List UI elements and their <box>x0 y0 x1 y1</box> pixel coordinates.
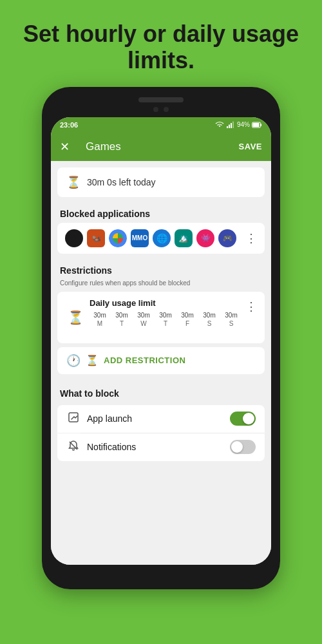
svg-rect-0 <box>227 126 228 128</box>
notifications-toggle[interactable] <box>230 440 256 454</box>
time-remaining-card: ⏳ 30m 0s left today <box>57 167 265 197</box>
svg-rect-5 <box>261 124 262 126</box>
day-col-2: 30m W <box>133 312 154 327</box>
day-label-4: F <box>185 320 189 327</box>
restriction-more-button[interactable]: ⋮ <box>245 298 257 314</box>
phone-mockup: 23:06 94% <box>42 87 280 589</box>
day-label-2: W <box>140 320 146 327</box>
phone-notch <box>51 96 271 115</box>
clock-icon: 🕐 <box>66 354 80 368</box>
add-hourglass-icon: ⏳ <box>86 354 99 366</box>
signal-icon <box>226 121 235 128</box>
restrictions-header: Restrictions <box>51 258 271 279</box>
battery-icon <box>252 122 262 128</box>
app-icon-4: 🌐 <box>153 229 171 247</box>
phone-speaker <box>138 97 184 102</box>
day-time-5: 30m <box>203 312 215 319</box>
toolbar-title: Games <box>86 140 239 153</box>
restriction-hourglass-icon: ⏳ <box>65 298 86 337</box>
restriction-title: Daily usage limit <box>90 298 242 308</box>
page-headline: Set hourly or daily usage limits. <box>0 0 322 87</box>
day-col-1: 30m T <box>111 312 132 327</box>
toolbar: ✕ Games SAVE <box>51 133 271 161</box>
days-grid: 30m M 30m T 30m W <box>90 312 242 327</box>
day-label-0: M <box>97 320 102 327</box>
close-button[interactable]: ✕ <box>60 140 78 154</box>
notifications-row: Notifications <box>57 433 265 461</box>
screen-content: ⏳ 30m 0s left today Blocked applications… <box>51 161 271 565</box>
day-time-3: 30m <box>159 312 171 319</box>
hourglass-icon: ⏳ <box>66 175 80 189</box>
app-icon-3: MMO <box>131 229 149 247</box>
svg-rect-3 <box>232 122 234 129</box>
day-col-4: 30m F <box>177 312 198 327</box>
app-icon-6: 👾 <box>196 229 214 247</box>
day-time-2: 30m <box>137 312 149 319</box>
camera-dot-left <box>153 107 158 112</box>
app-launch-label: App launch <box>87 413 223 424</box>
day-time-6: 30m <box>225 312 237 319</box>
day-label-3: T <box>164 320 167 327</box>
app-launch-icon <box>66 412 80 426</box>
app-icon-7: 🎮 <box>218 229 236 247</box>
app-icon-0 <box>65 229 83 247</box>
time-remaining-text: 30m 0s left today <box>87 177 156 187</box>
status-bar: 23:06 94% <box>51 117 271 133</box>
app-icon-2 <box>109 229 127 247</box>
add-restriction-button[interactable]: 🕐 ⏳ ADD RESTRICTION <box>57 347 265 374</box>
day-col-6: 30m S <box>221 312 242 327</box>
apps-more-button[interactable]: ⋮ <box>245 231 257 245</box>
day-time-1: 30m <box>115 312 128 319</box>
what-to-block-section: App launch Notifications <box>51 402 271 464</box>
save-button[interactable]: SAVE <box>239 142 262 151</box>
day-col-0: 30m M <box>90 312 110 327</box>
day-col-3: 30m T <box>155 312 176 327</box>
day-col-5: 30m S <box>199 312 220 327</box>
day-time-4: 30m <box>181 312 193 319</box>
svg-rect-2 <box>231 123 232 128</box>
blocked-apps-card: 🦦 MMO 🌐 🏔️ <box>57 223 265 254</box>
app-launch-row: App launch <box>57 405 265 433</box>
what-to-block-header: What to block <box>51 381 271 402</box>
app-icon-5: 🏔️ <box>175 229 193 247</box>
add-restriction-label: ADD RESTRICTION <box>104 355 185 365</box>
day-label-5: S <box>207 320 212 327</box>
notifications-icon <box>66 440 80 455</box>
phone-screen: 23:06 94% <box>51 117 271 565</box>
app-launch-toggle[interactable] <box>230 412 256 426</box>
restrictions-subtitle: Configure rules when apps should be bloc… <box>51 279 271 292</box>
daily-usage-card: ⏳ Daily usage limit 30m M 30m T <box>57 292 265 343</box>
day-label-6: S <box>229 320 234 327</box>
wifi-icon <box>215 121 224 128</box>
camera-dot-right <box>164 107 169 112</box>
battery-text: 94% <box>237 121 250 128</box>
status-time: 23:06 <box>60 121 78 129</box>
app-icon-1: 🦦 <box>87 229 105 247</box>
notifications-label: Notifications <box>87 442 223 452</box>
svg-rect-1 <box>229 125 230 129</box>
day-label-1: T <box>120 320 124 327</box>
day-time-0: 30m <box>93 312 106 319</box>
svg-rect-6 <box>253 123 260 127</box>
status-icons: 94% <box>215 121 262 128</box>
camera-area <box>153 107 169 112</box>
blocked-apps-header: Blocked applications <box>51 201 271 223</box>
restriction-details: Daily usage limit 30m M 30m T 30 <box>90 298 242 327</box>
